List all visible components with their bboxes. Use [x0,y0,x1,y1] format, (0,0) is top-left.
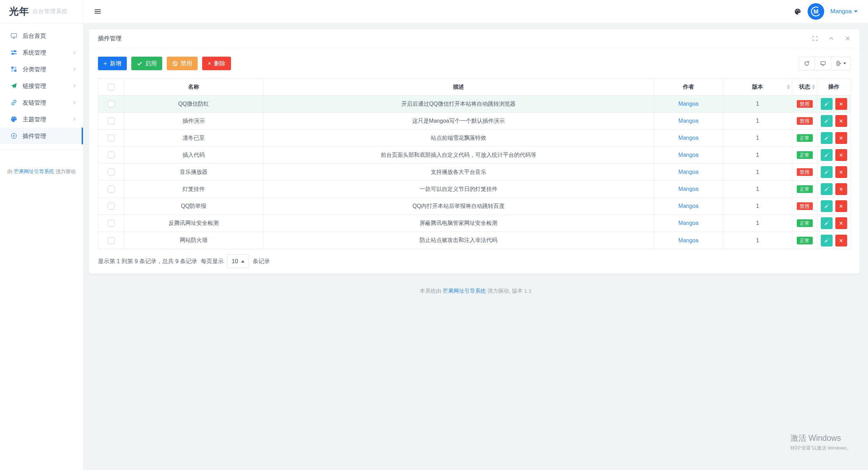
pencil-icon [824,238,829,243]
delete-button[interactable]: × 删除 [202,57,231,70]
delete-row-button[interactable]: × [835,132,847,144]
delete-row-button[interactable]: × [835,200,847,212]
status-badge: 禁用 [797,117,813,125]
delete-row-button[interactable]: × [835,149,847,161]
plugin-icon [10,132,17,139]
plugin-name: 网站防火墙 [124,232,263,249]
collapse-panel-icon[interactable] [828,35,834,41]
user-dropdown[interactable]: Mangoa [830,8,858,15]
sidebar-item-4[interactable]: 友链管理 [0,94,83,111]
theme-palette-icon[interactable] [794,8,801,15]
edit-row-button[interactable] [821,132,833,144]
logo-text: 光年 [9,5,29,18]
footer-suffix: 强力驱动, 版本 1.1 [487,288,531,294]
fullscreen-icon[interactable] [812,35,818,41]
chevron-right-icon [72,100,77,105]
row-checkbox[interactable] [108,135,115,141]
status-cell: 正常 [792,181,817,198]
author-link[interactable]: Mangoa [678,186,698,192]
sidebar-item-3[interactable]: 链接管理 [0,78,83,94]
pencil-icon [824,101,829,107]
pagination: 显示第 1 到第 9 条记录，总共 9 条记录 每页显示 10 条记录 [98,254,851,268]
sort-icon [812,84,815,89]
powered-link[interactable]: 芒果网址引导系统 [14,169,54,174]
actions-cell: × [817,215,850,232]
status-cell: 禁用 [792,113,817,130]
plugin-description: QQ内打开本站后举报将自动跳转百度 [263,198,654,215]
x-icon: × [208,60,211,66]
add-button[interactable]: + 新增 [98,57,127,70]
select-all-checkbox[interactable] [108,83,115,90]
row-checkbox[interactable] [108,152,115,159]
status-badge: 禁用 [797,168,813,176]
edit-row-button[interactable] [821,183,833,195]
col-header-version[interactable]: 版本 [723,79,792,96]
edit-row-button[interactable] [821,217,833,229]
footer-link[interactable]: 芒果网址引导系统 [443,288,486,294]
author-link[interactable]: Mangoa [678,237,698,244]
sidebar: 光年 后台管理系统 后台首页系统管理分类管理链接管理友链管理主题管理插件管理 由… [0,0,83,470]
table-row: 网站防火墙防止站点被攻击和注入非法代码Mangoa1正常× [98,232,850,249]
refresh-button[interactable] [799,57,815,70]
chevron-up-icon [241,260,245,262]
delete-row-button[interactable]: × [835,166,847,178]
table-row: QQ微信防红开启后通过QQ微信打开本站将自动跳转浏览器Mangoa1禁用× [98,96,850,113]
author-link[interactable]: Mangoa [678,220,698,226]
enable-button[interactable]: 启用 [131,57,162,70]
row-check-cell [98,113,124,130]
col-header-status[interactable]: 状态 [792,79,817,96]
plugin-version: 1 [723,130,792,147]
plugin-version: 1 [723,181,792,198]
edit-row-button[interactable] [821,166,833,178]
delete-row-button[interactable]: × [835,217,847,229]
edit-row-button[interactable] [821,235,833,246]
toggle-view-button[interactable] [815,57,831,70]
col-header-desc: 描述 [263,79,654,96]
delete-row-button[interactable]: × [835,98,847,110]
system-footer: 本系统由 芒果网址引导系统 强力驱动, 版本 1.1 [83,287,868,295]
table-options-group [799,57,851,70]
author-link[interactable]: Mangoa [678,101,698,107]
table-body: QQ微信防红开启后通过QQ微信打开本站将自动跳转浏览器Mangoa1禁用×插件演… [98,96,850,249]
per-page-select[interactable]: 10 [227,254,249,268]
author-link[interactable]: Mangoa [678,135,698,141]
edit-row-button[interactable] [821,149,833,161]
user-avatar[interactable]: M [808,3,824,20]
table-header-row: 名称 描述 作者 版本 状态 操作 [98,79,850,96]
columns-button[interactable] [831,57,851,70]
sidebar-item-1[interactable]: 系统管理 [0,44,83,61]
delete-row-button[interactable]: × [835,235,847,246]
sidebar-item-5[interactable]: 主题管理 [0,111,83,128]
row-checkbox[interactable] [108,118,115,124]
edit-row-button[interactable] [821,115,833,127]
author-link[interactable]: Mangoa [678,152,698,158]
close-panel-icon[interactable] [845,35,851,41]
table-toolbar: + 新增 启用 禁用 [98,57,851,70]
author-link[interactable]: Mangoa [678,169,698,175]
row-checkbox[interactable] [108,100,115,107]
row-checkbox[interactable] [108,220,115,227]
sidebar-item-0[interactable]: 后台首页 [0,27,83,44]
author-link[interactable]: Mangoa [678,203,698,209]
row-checkbox[interactable] [108,237,115,244]
author-link[interactable]: Mangoa [678,118,698,124]
plugin-name: 灯笼挂件 [124,181,263,198]
pencil-icon [824,186,829,192]
sidebar-item-6[interactable]: 插件管理 [0,128,83,144]
row-checkbox[interactable] [108,169,115,176]
panel-body: + 新增 启用 禁用 [89,48,860,274]
row-checkbox[interactable] [108,203,115,210]
delete-row-button[interactable]: × [835,183,847,195]
plugin-name: 反腾讯网址安全检测 [124,215,263,232]
disable-button[interactable]: 禁用 [167,57,198,70]
panel-header: 插件管理 [89,29,860,48]
delete-row-button[interactable]: × [835,115,847,127]
hamburger-menu-icon[interactable] [94,8,101,15]
add-label: 新增 [110,60,121,67]
logo-subtitle: 后台管理系统 [32,8,68,15]
sidebar-item-2[interactable]: 分类管理 [0,61,83,78]
edit-row-button[interactable] [821,98,833,110]
row-checkbox[interactable] [108,186,115,193]
plugin-version: 1 [723,96,792,113]
edit-row-button[interactable] [821,200,833,212]
